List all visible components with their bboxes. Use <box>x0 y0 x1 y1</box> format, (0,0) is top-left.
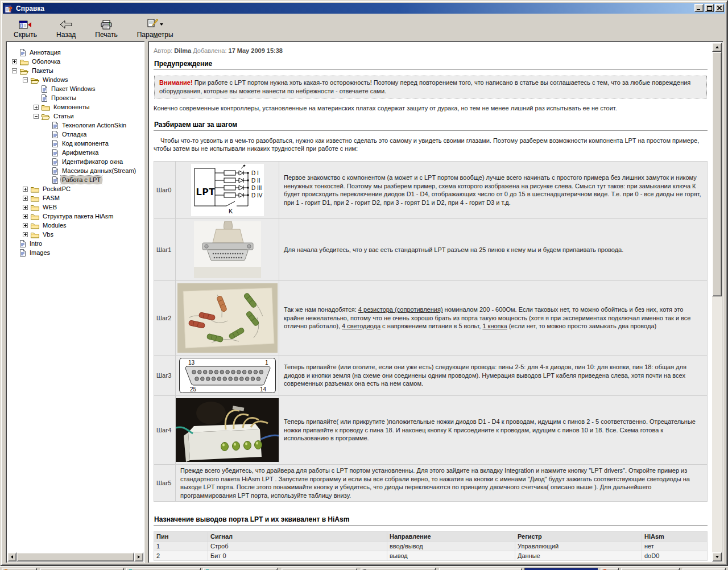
warning-box: Внимание! При работе с LPT портом нужна … <box>154 76 707 98</box>
tree-item[interactable]: Intro <box>7 239 143 248</box>
expand-toggle-icon[interactable] <box>34 105 39 110</box>
taskbar-button-active[interactable] <box>524 568 598 570</box>
tree-item-label: Пакеты <box>31 67 55 75</box>
step-text-segment: Для начала убедитесь, что у вас есть ста… <box>284 246 623 253</box>
expand-toggle-icon[interactable] <box>23 205 28 210</box>
pin-cell: Управляющий <box>515 542 642 551</box>
taskbar-button[interactable] <box>439 568 522 570</box>
tree-item-label: Арифметика <box>61 148 100 156</box>
taskbar-button[interactable] <box>621 568 680 570</box>
taskbar-button[interactable] <box>601 568 619 570</box>
tree-item[interactable]: Vbs <box>7 230 143 239</box>
tree-item[interactable]: Технология ActionSkin <box>7 121 143 130</box>
tree-item[interactable]: Windows <box>7 75 143 84</box>
tree-item-label: Идентификатор окна <box>61 158 124 166</box>
maximize-button[interactable] <box>705 4 714 12</box>
window-title: Справка <box>16 5 44 13</box>
open-folder-icon <box>41 113 50 120</box>
svg-text:D III: D III <box>251 185 262 191</box>
step-label: Шаг4 <box>154 396 176 465</box>
content-vertical-scrollbar[interactable] <box>712 43 722 561</box>
topic-meta: Автор: Dilma Добавлена: 17 May 2009 15:3… <box>154 47 708 54</box>
printer-icon <box>100 19 113 30</box>
scroll-right-button[interactable] <box>134 552 143 561</box>
expand-toggle-icon[interactable] <box>23 187 28 192</box>
close-button[interactable] <box>715 4 724 12</box>
tree-item[interactable]: Пакет Windows <box>7 84 143 93</box>
svg-text:13: 13 <box>188 360 195 366</box>
taskbar-button[interactable] <box>361 568 436 570</box>
tree-item-label: Код компонента <box>61 139 110 147</box>
tree-item[interactable]: Images <box>7 248 143 257</box>
taskbar-button[interactable] <box>2 568 37 570</box>
vertical-scroll-thumb[interactable] <box>712 52 722 296</box>
hide-button[interactable]: Скрыть <box>11 16 39 39</box>
taskbar-tray[interactable] <box>682 568 726 570</box>
expand-toggle-icon[interactable] <box>34 114 39 119</box>
pin-cell: doD0 <box>642 551 708 561</box>
tree-item-label: Аннотация <box>28 48 62 56</box>
tree-item[interactable]: Компоненты <box>7 102 143 111</box>
tree-item[interactable]: Массивы данных(Stream) <box>7 166 143 175</box>
led-box-photo-image <box>176 396 279 465</box>
tree-item[interactable]: PocketPC <box>7 184 143 193</box>
taskbar-button[interactable] <box>126 568 201 570</box>
expand-toggle-icon[interactable] <box>12 68 17 73</box>
back-button[interactable]: Назад <box>54 16 78 39</box>
svg-text:14: 14 <box>260 386 267 393</box>
taskbar-button[interactable] <box>282 568 357 570</box>
tree-item[interactable]: Проекты <box>7 93 143 102</box>
expand-toggle-icon[interactable] <box>12 59 17 64</box>
tree-item[interactable]: FASM <box>7 193 143 203</box>
tree-item[interactable]: Структура пакета HiAsm <box>7 212 143 221</box>
tree-item[interactable]: Арифметика <box>7 148 143 157</box>
resistors-photo-image <box>176 281 279 356</box>
tree-item[interactable]: Modules <box>7 221 143 230</box>
options-button-label: Параметры <box>137 31 173 39</box>
pin-table-heading: Назначение выводов порта LPT и их эквива… <box>154 515 708 526</box>
pin-cell: вывод <box>387 551 515 561</box>
expand-toggle-icon[interactable] <box>23 77 28 82</box>
tree-item[interactable]: Статьи <box>7 111 143 121</box>
step-text: Для начала убедитесь, что у вас есть ста… <box>279 219 708 281</box>
title-bar[interactable]: ? Справка <box>3 3 725 14</box>
page-icon <box>19 239 26 248</box>
help-book-icon: ? <box>5 4 14 13</box>
expand-toggle-icon[interactable] <box>23 214 28 219</box>
tree-item[interactable]: WEB <box>7 203 143 212</box>
tree-horizontal-scrollbar[interactable] <box>7 552 143 561</box>
scroll-left-button[interactable] <box>7 552 16 561</box>
inline-link[interactable]: 4 резистора (сопротивления) <box>358 306 443 313</box>
inline-link[interactable]: 1 кнопка <box>482 323 507 329</box>
tree-item[interactable]: Код компонента <box>7 139 143 148</box>
step-row: Шаг1Для начала убедитесь, что у вас есть… <box>154 219 708 281</box>
scroll-down-button[interactable] <box>712 552 722 561</box>
options-button[interactable]: Параметры <box>135 16 176 39</box>
tree-item[interactable]: Аннотация <box>7 48 143 57</box>
expand-toggle-icon[interactable] <box>23 232 28 237</box>
taskbar-button[interactable] <box>40 568 124 570</box>
print-button[interactable]: Печать <box>93 16 119 39</box>
tree-item-label: Vbs <box>42 230 55 238</box>
tree-item-label: Отладка <box>61 130 88 138</box>
steps-table: Шаг0LPTD ID IID IIID IVKПервое знакомств… <box>154 161 708 502</box>
page-icon <box>52 148 59 157</box>
expand-toggle-icon[interactable] <box>23 196 28 201</box>
tree-item[interactable]: Пакеты <box>7 66 143 75</box>
tree-item[interactable]: Отладка <box>7 130 143 139</box>
minimize-button[interactable] <box>694 4 704 12</box>
author-name: Dilma <box>174 47 191 54</box>
expand-toggle-icon[interactable] <box>23 223 28 228</box>
pin-table-header-row: ПинСигналНаправлениеРегистрHiAsm <box>154 532 708 542</box>
taskbar-button[interactable] <box>203 568 278 570</box>
back-button-label: Назад <box>56 31 76 39</box>
inline-link[interactable]: 4 светодиода <box>342 323 380 329</box>
horizontal-scroll-thumb[interactable] <box>16 552 134 561</box>
tree-item-label: Структура пакета HiAsm <box>42 212 114 220</box>
tree-item[interactable]: Оболочка <box>7 57 143 66</box>
folder-icon <box>30 213 39 220</box>
pin-column-header: Направление <box>387 532 515 542</box>
scroll-up-button[interactable] <box>712 43 722 52</box>
tree-item[interactable]: Идентификатор окна <box>7 157 143 166</box>
tree-item[interactable]: Работа с LPT <box>7 175 143 184</box>
